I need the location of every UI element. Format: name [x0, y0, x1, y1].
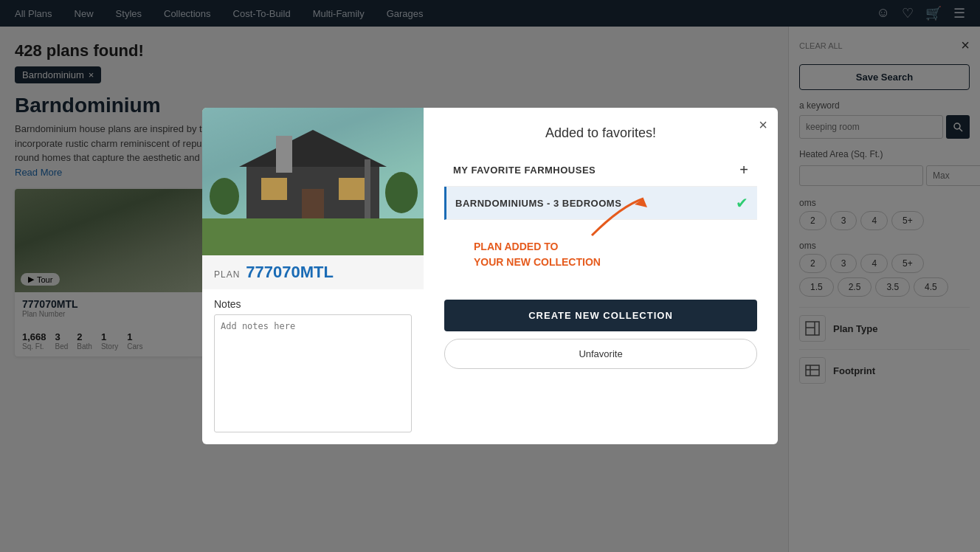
modal-left-panel: PLAN 777070MTL Notes: [202, 108, 424, 444]
svg-rect-19: [202, 218, 424, 255]
modal-right-panel: Added to favorites! MY FAVORITE FARMHOUS…: [424, 108, 778, 444]
svg-point-20: [210, 178, 239, 215]
modal-house-image: [202, 108, 424, 255]
notes-textarea[interactable]: [214, 314, 412, 432]
unfavorite-button[interactable]: Unfavorite: [444, 339, 757, 369]
modal-title: Added to favorites!: [444, 125, 757, 141]
arrow-svg: [577, 191, 666, 243]
svg-rect-14: [276, 136, 292, 173]
plan-word: PLAN: [214, 269, 240, 280]
svg-rect-15: [261, 178, 287, 200]
plan-label-row: PLAN 777070MTL: [202, 255, 424, 289]
create-collection-button[interactable]: CREATE NEW COLLECTION: [444, 300, 757, 331]
favorites-modal: ×: [202, 108, 778, 444]
collection-checkmark-2: ✔: [736, 194, 748, 212]
notes-label: Notes: [214, 298, 412, 310]
modal-overlay[interactable]: ×: [0, 0, 980, 552]
svg-rect-18: [365, 159, 370, 226]
collection-name-1: MY FAVORITE FARMHOUSES: [453, 165, 596, 176]
collection-add-plus-1[interactable]: +: [739, 162, 748, 179]
annotation-text: PLAN ADDED TOYOUR NEW COLLECTION: [474, 239, 757, 270]
annotation-container: PLAN ADDED TOYOUR NEW COLLECTION: [474, 232, 757, 270]
modal-close-button[interactable]: ×: [759, 117, 767, 134]
notes-section: Notes: [202, 289, 424, 444]
svg-rect-16: [339, 178, 365, 200]
svg-point-21: [385, 172, 418, 213]
collection-row-1[interactable]: MY FAVORITE FARMHOUSES +: [444, 154, 757, 187]
house-illustration: [202, 108, 424, 255]
modal-plan-number: 777070MTL: [246, 263, 334, 282]
